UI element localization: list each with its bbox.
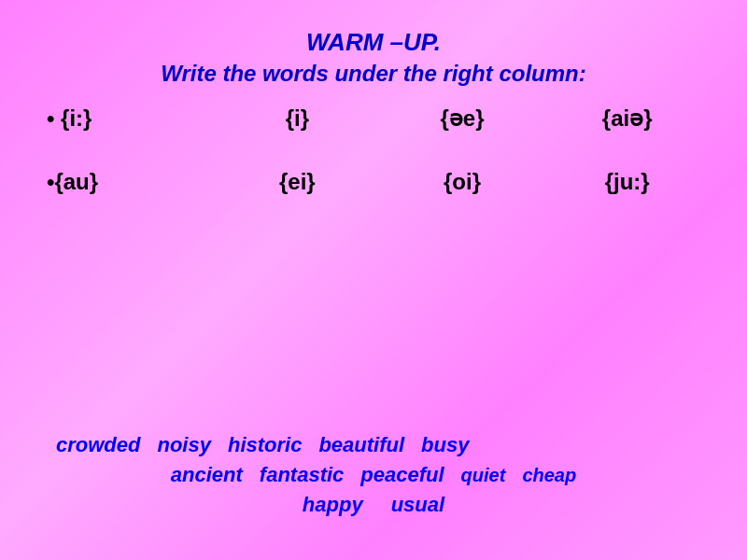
words-row3: happy usual — [37, 493, 710, 517]
title-line2: Write the words under the right column: — [37, 61, 710, 87]
phonetic-aia: {aiə} — [544, 105, 710, 132]
phonetic-oi: {oi} — [380, 169, 545, 195]
phonetic-ae: {əe} — [380, 105, 545, 132]
word-ancient: ancient — [171, 463, 243, 487]
word-beautiful: beautiful — [318, 433, 404, 457]
phonetic-au: •{au} — [47, 169, 215, 195]
phonetics-row2: •{au} {ei} {oi} {ju:} — [37, 169, 710, 195]
phonetic-i: {i} — [215, 105, 380, 132]
word-cheap: cheap — [522, 465, 576, 486]
title-line1: WARM –UP. — [37, 28, 710, 57]
phonetic-ju: {ju:} — [544, 169, 710, 195]
word-noisy: noisy — [157, 433, 210, 457]
word-peaceful: peaceful — [360, 463, 444, 487]
word-fantastic: fantastic — [260, 463, 344, 487]
word-usual: usual — [391, 493, 444, 517]
word-happy: happy — [303, 493, 363, 517]
words-section: crowded noisy historic beautiful busy an… — [37, 433, 710, 523]
page-container: WARM –UP. Write the words under the righ… — [0, 0, 747, 560]
word-quiet: quiet — [461, 465, 506, 486]
word-historic: historic — [228, 433, 302, 457]
words-row1: crowded noisy historic beautiful busy — [37, 433, 710, 457]
title-section: WARM –UP. Write the words under the righ… — [37, 28, 710, 87]
words-row2: ancient fantastic peaceful quiet cheap — [37, 463, 710, 487]
word-crowded: crowded — [56, 433, 140, 457]
phonetic-ii: • {i:} — [47, 105, 215, 132]
phonetics-row1: • {i:} {i} {əe} {aiə} — [37, 105, 710, 132]
phonetic-ei: {ei} — [215, 169, 380, 195]
word-busy: busy — [421, 433, 469, 457]
